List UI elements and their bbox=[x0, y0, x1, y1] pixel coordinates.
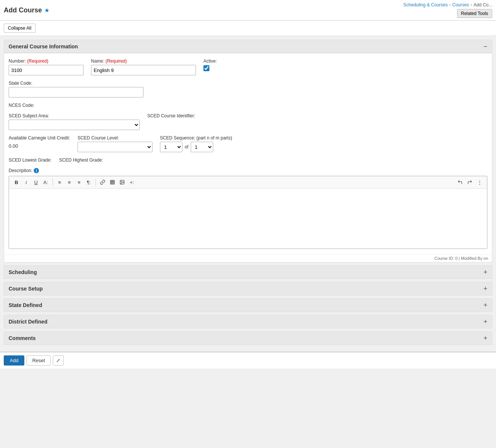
svg-rect-0 bbox=[111, 180, 115, 184]
rte-bold-button[interactable]: B bbox=[12, 178, 21, 187]
state-defined-section: State Defined + bbox=[4, 298, 492, 312]
add-button[interactable]: Add bbox=[4, 355, 24, 366]
row-number-name-active: Number: (Required) Name: (Required) Acti… bbox=[9, 58, 487, 75]
breadcrumb-sep1: › bbox=[449, 2, 451, 7]
sced-subject-label: SCED Subject Area: bbox=[9, 113, 140, 118]
rte-divider2 bbox=[96, 178, 96, 186]
rte-menu-button[interactable]: ⋮ bbox=[475, 178, 484, 187]
scheduling-section-toggle[interactable]: + bbox=[483, 269, 487, 276]
district-defined-section-title: District Defined bbox=[9, 319, 47, 325]
comments-section-toggle[interactable]: + bbox=[483, 335, 487, 342]
district-defined-section: District Defined + bbox=[4, 315, 492, 328]
rte-image-button[interactable] bbox=[118, 178, 127, 187]
sced-seq-of-label: of bbox=[185, 144, 188, 150]
comments-section-header[interactable]: Comments + bbox=[4, 332, 492, 345]
number-label: Number: (Required) bbox=[9, 58, 84, 64]
rte-fontsize-button[interactable]: A: bbox=[41, 178, 50, 187]
breadcrumb-scheduling[interactable]: Scheduling & Courses bbox=[403, 2, 448, 7]
reset-button[interactable]: Reset bbox=[27, 355, 51, 366]
rte-link-button[interactable] bbox=[98, 178, 107, 187]
rte-body[interactable] bbox=[9, 189, 487, 249]
header-left: Add Course ★ bbox=[4, 6, 49, 14]
course-setup-section-title: Course Setup bbox=[9, 286, 43, 292]
number-input[interactable] bbox=[9, 65, 84, 75]
svg-point-6 bbox=[121, 181, 122, 182]
statecode-label: State Code: bbox=[9, 81, 143, 86]
group-sced-sequence: SCED Sequence: (part n of m parts) 1 of … bbox=[160, 135, 232, 152]
group-name: Name: (Required) bbox=[91, 58, 196, 75]
general-footer-info: Course ID: 0 | Modified By on bbox=[4, 254, 492, 262]
highest-grade-label: SCED Highest Grade: bbox=[59, 157, 103, 163]
group-highest-grade: SCED Highest Grade: bbox=[59, 157, 103, 163]
rte-toolbar: B i U A: ≡ ≡ ≡ ¶: bbox=[9, 176, 487, 189]
sced-identifier-label: SCED Course Identifier: bbox=[147, 113, 195, 118]
state-defined-section-title: State Defined bbox=[9, 302, 42, 308]
bottom-bar: Add Reset ⤢ bbox=[0, 352, 496, 369]
district-defined-section-header[interactable]: District Defined + bbox=[4, 315, 492, 328]
breadcrumb-courses[interactable]: Courses bbox=[452, 2, 469, 7]
row-statecode: State Code: bbox=[9, 81, 487, 97]
general-section-header[interactable]: General Course Information − bbox=[4, 40, 492, 53]
name-required: (Required) bbox=[106, 58, 127, 64]
nces-label: NCES Code: bbox=[9, 103, 34, 108]
row-grades: SCED Lowest Grade: SCED Highest Grade: bbox=[9, 157, 487, 163]
rte-table-button[interactable] bbox=[108, 178, 117, 187]
breadcrumb-current: Add Co... bbox=[474, 2, 492, 7]
group-description: Description: i B i U A: ≡ ≡ ≡ ¶: bbox=[9, 168, 487, 249]
comments-section: Comments + bbox=[4, 331, 492, 345]
group-active: Active: bbox=[203, 58, 217, 71]
description-info-icon[interactable]: i bbox=[34, 168, 39, 173]
collapse-all-button[interactable]: Collapse All bbox=[4, 24, 36, 33]
carnegie-label: Available Carnegie Unit Credit: bbox=[9, 135, 70, 141]
rte-undo-button[interactable] bbox=[456, 178, 465, 187]
sced-seq-num-select[interactable]: 1 bbox=[160, 142, 182, 152]
number-required: (Required) bbox=[27, 58, 48, 64]
course-setup-section: Course Setup + bbox=[4, 282, 492, 295]
lowest-grade-label: SCED Lowest Grade: bbox=[9, 157, 52, 163]
sced-seq-of-select[interactable]: 1 bbox=[191, 142, 213, 152]
sced-sequence-label: SCED Sequence: (part n of m parts) bbox=[160, 135, 232, 141]
rte-italic-button[interactable]: i bbox=[22, 178, 31, 187]
group-sced-identifier: SCED Course Identifier: bbox=[147, 113, 195, 118]
main-content: General Course Information − Number: (Re… bbox=[0, 36, 496, 352]
course-setup-section-toggle[interactable]: + bbox=[483, 285, 487, 292]
sced-subject-select[interactable] bbox=[9, 120, 140, 130]
description-label: Description: i bbox=[9, 168, 487, 173]
related-tools-button[interactable]: Related Tools bbox=[457, 9, 493, 18]
group-sced-level: SCED Course Level: bbox=[78, 135, 152, 152]
rte-container: B i U A: ≡ ≡ ≡ ¶: bbox=[9, 176, 487, 249]
carnegie-value: 0.00 bbox=[9, 142, 70, 150]
star-icon[interactable]: ★ bbox=[44, 7, 49, 14]
toolbar: Collapse All bbox=[0, 21, 496, 36]
active-checkbox[interactable] bbox=[203, 65, 209, 71]
group-sced-subject: SCED Subject Area: bbox=[9, 113, 140, 130]
general-section-toggle[interactable]: − bbox=[483, 43, 487, 50]
rte-paragraph-button[interactable]: ¶: bbox=[84, 178, 93, 187]
name-input[interactable] bbox=[91, 65, 196, 75]
sced-seq-row: 1 of 1 bbox=[160, 142, 232, 152]
breadcrumb-sep2: › bbox=[471, 2, 472, 7]
scheduling-section-header[interactable]: Scheduling + bbox=[4, 266, 492, 279]
scheduling-section: Scheduling + bbox=[4, 265, 492, 279]
row-carnegie-level-seq: Available Carnegie Unit Credit: 0.00 SCE… bbox=[9, 135, 487, 152]
scheduling-section-title: Scheduling bbox=[9, 269, 37, 275]
top-header: Add Course ★ Scheduling & Courses › Cour… bbox=[0, 0, 496, 21]
rte-underline-button[interactable]: U bbox=[31, 178, 40, 187]
state-defined-section-header[interactable]: State Defined + bbox=[4, 299, 492, 312]
rte-more-button[interactable]: +: bbox=[127, 178, 136, 187]
breadcrumb: Scheduling & Courses › Courses › Add Co.… bbox=[403, 2, 492, 7]
course-setup-section-header[interactable]: Course Setup + bbox=[4, 282, 492, 295]
statecode-input[interactable] bbox=[9, 87, 143, 97]
rte-align-right-button[interactable]: ≡ bbox=[75, 178, 84, 187]
group-statecode: State Code: bbox=[9, 81, 143, 97]
rte-redo-button[interactable] bbox=[465, 178, 474, 187]
general-section: General Course Information − Number: (Re… bbox=[4, 40, 492, 262]
rte-align-center-button[interactable]: ≡ bbox=[65, 178, 74, 187]
sced-level-label: SCED Course Level: bbox=[78, 135, 152, 141]
expand-button[interactable]: ⤢ bbox=[53, 355, 64, 366]
rte-align-left-button[interactable]: ≡ bbox=[55, 178, 64, 187]
page-title: Add Course bbox=[4, 6, 42, 14]
district-defined-section-toggle[interactable]: + bbox=[483, 318, 487, 325]
sced-level-select[interactable] bbox=[78, 142, 152, 152]
state-defined-section-toggle[interactable]: + bbox=[483, 302, 487, 309]
